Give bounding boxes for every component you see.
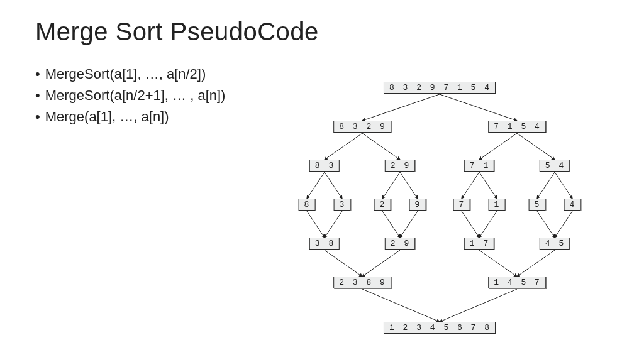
diagram-edge xyxy=(517,133,555,160)
bullet-text: MergeSort(a[n/2+1], … , a[n]) xyxy=(45,85,226,106)
diagram-node: 5 xyxy=(529,199,546,211)
diagram-edge xyxy=(555,172,572,199)
diagram-edge xyxy=(462,172,479,199)
diagram-node: 7 1 xyxy=(464,160,494,172)
diagram-node: 1 7 xyxy=(464,238,494,250)
diagram-edge xyxy=(537,211,555,238)
diagram-edge xyxy=(479,133,517,160)
diagram-node: 8 3 2 9 xyxy=(333,121,391,133)
diagram-node: 9 xyxy=(409,199,426,211)
diagram-edge xyxy=(325,133,362,160)
diagram-node: 2 9 xyxy=(385,160,415,172)
diagram-edge xyxy=(479,211,497,238)
diagram-node: 1 xyxy=(489,199,506,211)
diagram-edge xyxy=(517,250,555,277)
diagram-edges xyxy=(262,75,618,352)
diagram-node: 1 2 3 4 5 6 7 8 xyxy=(384,322,496,334)
diagram-node: 3 xyxy=(334,199,351,211)
bullet-dot-icon: • xyxy=(35,63,40,85)
diagram-edge xyxy=(362,94,440,121)
bullet-text: Merge(a[1], …, a[n]) xyxy=(45,106,169,128)
diagram-node: 8 3 2 9 7 1 5 4 xyxy=(384,82,496,94)
diagram-node: 5 4 xyxy=(540,160,570,172)
diagram-edge xyxy=(382,211,400,238)
bullet-dot-icon: • xyxy=(35,85,40,106)
diagram-node: 2 9 xyxy=(385,238,415,250)
diagram-edge xyxy=(307,211,325,238)
diagram-edge xyxy=(362,289,440,322)
diagram-node: 8 3 xyxy=(309,160,340,172)
diagram-edge xyxy=(325,250,362,277)
diagram-edge xyxy=(325,172,342,199)
slide-title: Merge Sort PseudoCode xyxy=(35,18,609,46)
diagram-edge xyxy=(325,211,342,238)
diagram-edge xyxy=(479,172,497,199)
diagram-edge xyxy=(479,250,517,277)
diagram-edge xyxy=(307,172,325,199)
diagram-edge xyxy=(400,172,418,199)
merge-sort-diagram: 8 3 2 9 7 1 5 48 3 2 97 1 5 48 32 97 15 … xyxy=(262,75,618,352)
bullet-text: MergeSort(a[1], …, a[n/2]) xyxy=(45,63,206,85)
diagram-edge xyxy=(440,289,517,322)
diagram-edge xyxy=(555,211,572,238)
bullet-dot-icon: • xyxy=(35,106,40,128)
diagram-node: 4 xyxy=(564,199,581,211)
diagram-node: 8 xyxy=(299,199,316,211)
diagram-node: 4 5 xyxy=(540,238,570,250)
diagram-node: 2 xyxy=(374,199,391,211)
diagram-edge xyxy=(537,172,555,199)
slide: Merge Sort PseudoCode • MergeSort(a[1], … xyxy=(0,0,644,362)
diagram-edge xyxy=(440,94,517,121)
diagram-node: 7 xyxy=(453,199,470,211)
diagram-edge xyxy=(362,133,400,160)
diagram-node: 3 8 xyxy=(309,238,340,250)
diagram-node: 7 1 5 4 xyxy=(488,121,546,133)
diagram-edge xyxy=(400,211,418,238)
diagram-edge xyxy=(382,172,400,199)
diagram-node: 1 4 5 7 xyxy=(488,277,546,288)
diagram-node: 2 3 8 9 xyxy=(333,277,391,288)
diagram-edge xyxy=(462,211,479,238)
diagram-edge xyxy=(362,250,400,277)
